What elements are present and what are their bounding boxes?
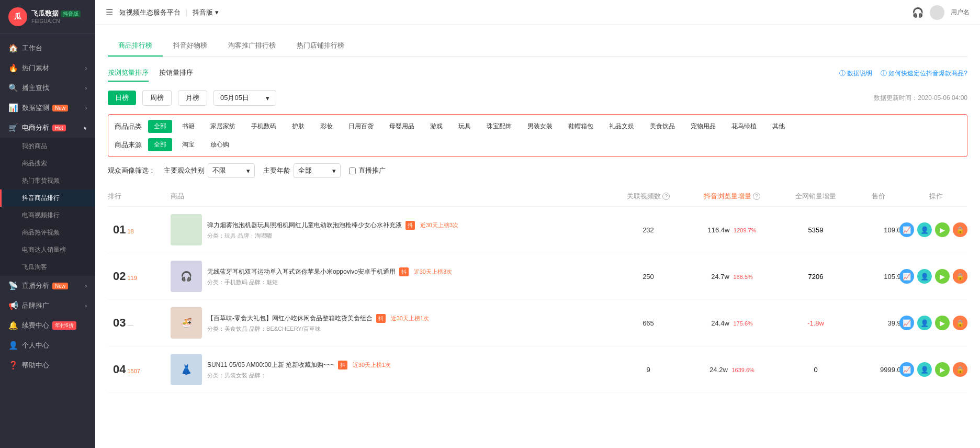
- tab-douyin-good[interactable]: 抖音好物榜: [163, 36, 218, 57]
- daily-btn[interactable]: 日榜: [108, 91, 136, 105]
- sidebar-item-data-monitor[interactable]: 📊 数据监测 New ›: [0, 98, 95, 118]
- product-cell-4: 👗 SUN11 05/05 AM00:00上新 抢新收藏加购~~~ 抖 近30天…: [171, 354, 612, 385]
- lock-btn-3[interactable]: 🔒: [953, 316, 967, 330]
- sub-tab-browse[interactable]: 按浏览量排序: [108, 65, 149, 82]
- live-promotion-filter[interactable]: 直播推广: [349, 166, 386, 175]
- data-desc-link[interactable]: ⓘ 数据说明: [839, 69, 872, 78]
- chart-btn-3[interactable]: 📈: [899, 316, 914, 330]
- date-selector[interactable]: 05月05日 ▾: [213, 90, 276, 106]
- sidebar-item-product-search[interactable]: 商品搜索: [0, 155, 95, 172]
- age-selector[interactable]: 全部 ▾: [294, 163, 341, 178]
- sidebar-item-feigua-taobao[interactable]: 飞瓜淘客: [0, 259, 95, 276]
- product-title-1: 弹力烟雾泡泡机器玩具照相机网红儿童电动吹泡泡枪棒少女心水补充液 抖 近30天上榜…: [207, 220, 612, 230]
- cat-btn-maternal[interactable]: 母婴用品: [384, 120, 420, 133]
- user-btn-4[interactable]: 👤: [917, 362, 932, 377]
- cat-btn-digital[interactable]: 手机数码: [245, 120, 282, 133]
- video-btn-3[interactable]: ▶: [935, 316, 950, 330]
- sidebar-label-help: 帮助中心: [22, 361, 49, 370]
- cat-btn-skincare[interactable]: 护肤: [286, 120, 310, 133]
- tab-taobao-promotion[interactable]: 淘客推广排行榜: [218, 36, 286, 57]
- sidebar-item-live-analysis[interactable]: 📡 直播分析 New ›: [0, 276, 95, 296]
- gender-selector[interactable]: 不限 ▾: [208, 163, 255, 178]
- cat-btn-food[interactable]: 美食饮品: [644, 120, 681, 133]
- cart-icon: 🛒: [8, 123, 18, 132]
- tab-product-ranking[interactable]: 商品排行榜: [108, 36, 163, 57]
- chart-btn-2[interactable]: 📈: [899, 269, 914, 284]
- find-hot-link[interactable]: ⓘ 如何快速定位抖音爆款商品?: [881, 69, 967, 78]
- cat-btn-home[interactable]: 家居家纺: [205, 120, 241, 133]
- sidebar-item-brand[interactable]: 📢 品牌推广 ›: [0, 296, 95, 316]
- main-tabs: 商品排行榜 抖音好物榜 淘客推广排行榜 热门店铺排行榜: [108, 36, 967, 57]
- source-btn-fanxing[interactable]: 放心购: [205, 138, 235, 151]
- sidebar-item-workspace[interactable]: 🏠 工作台: [0, 38, 95, 58]
- product-title-3: 【百草味-零食大礼包】网红小吃休闲食品整箱吃货美食组合 抖 近30天上榜1次: [207, 313, 612, 323]
- weekly-btn[interactable]: 周榜: [142, 90, 172, 106]
- headphone-icon[interactable]: 🎧: [912, 7, 923, 18]
- cat-btn-all[interactable]: 全部: [148, 120, 172, 133]
- cat-btn-clothing[interactable]: 男装女装: [522, 120, 558, 133]
- sidebar-item-streamer-search[interactable]: 🔍 播主查找 ›: [0, 78, 95, 98]
- actions-label: 操作: [929, 192, 943, 201]
- live-promotion-checkbox[interactable]: [349, 167, 356, 174]
- chart-btn-1[interactable]: 📈: [899, 222, 914, 237]
- user-btn-3[interactable]: 👤: [917, 316, 932, 330]
- lock-btn-2[interactable]: 🔒: [953, 269, 967, 284]
- cat-btn-plants[interactable]: 花鸟绿植: [726, 120, 762, 133]
- sidebar-item-my-products[interactable]: 我的商品: [0, 138, 95, 155]
- source-btn-all[interactable]: 全部: [148, 138, 172, 151]
- product-info-4: SUN11 05/05 AM00:00上新 抢新收藏加购~~~ 抖 近30天上榜…: [207, 360, 612, 379]
- user-btn-1[interactable]: 👤: [917, 222, 932, 237]
- video-btn-2[interactable]: ▶: [935, 269, 950, 284]
- rank-change-3: —: [127, 321, 133, 328]
- rank-change-4: 1507: [127, 368, 140, 374]
- lock-btn-1[interactable]: 🔒: [953, 222, 967, 237]
- period-filter-row: 日榜 周榜 月榜 05月05日 ▾ 数据更新时间：2020-05-06 04:0…: [108, 90, 967, 106]
- product-thumb-1: [171, 214, 202, 245]
- sidebar-item-renewal[interactable]: 🔔 续费中心 年付6折: [0, 316, 95, 335]
- sidebar-item-help[interactable]: ❓ 帮助中心: [0, 355, 95, 375]
- related-videos-info-icon[interactable]: ?: [662, 193, 670, 200]
- lock-btn-4[interactable]: 🔒: [953, 362, 967, 377]
- sub-tab-sales[interactable]: 按销量排序: [159, 65, 193, 82]
- header-price: 售价: [852, 192, 905, 201]
- sidebar-item-kol-sales[interactable]: 电商达人销量榜: [0, 241, 95, 259]
- tab-hot-store[interactable]: 热门店铺排行榜: [286, 36, 355, 57]
- user-btn-2[interactable]: 👤: [917, 269, 932, 284]
- header-actions: 操作: [905, 192, 967, 201]
- sidebar-item-hot-products-video[interactable]: 热门带货视频: [0, 172, 95, 189]
- cat-btn-pets[interactable]: 宠物用品: [685, 120, 722, 133]
- sidebar-item-douyin-ranking[interactable]: 抖音商品排行: [0, 189, 95, 207]
- rank-number-2: 02: [113, 270, 126, 283]
- sidebar-item-ecommerce-video[interactable]: 电商视频排行: [0, 207, 95, 224]
- chart-btn-4[interactable]: 📈: [899, 362, 914, 377]
- sales-change-4: 0: [779, 366, 852, 374]
- sidebar-item-personal[interactable]: 👤 个人中心: [0, 335, 95, 355]
- sidebar-item-hot-review[interactable]: 商品热评视频: [0, 224, 95, 241]
- cat-btn-jewelry[interactable]: 珠宝配饰: [481, 120, 517, 133]
- sidebar-label-brand: 品牌推广: [22, 301, 49, 310]
- sidebar-item-hot-material[interactable]: 🔥 热门素材 ›: [0, 58, 95, 78]
- monthly-btn[interactable]: 月榜: [178, 90, 207, 106]
- my-products-label: 我的商品: [22, 142, 47, 150]
- product-meta-1: 分类：玩具 品牌：淘嘟嘟: [207, 232, 612, 240]
- sidebar-label-hot-material: 热门素材: [22, 63, 49, 73]
- user-avatar[interactable]: [930, 5, 944, 20]
- cat-btn-books[interactable]: 书籍: [176, 120, 200, 133]
- video-btn-1[interactable]: ▶: [935, 222, 950, 237]
- sidebar-item-ecommerce[interactable]: 🛒 电商分析 Hot ∨: [0, 118, 95, 138]
- platform-selector[interactable]: 抖音版 ▾: [193, 8, 219, 17]
- cat-btn-makeup[interactable]: 彩妆: [314, 120, 339, 133]
- cat-btn-daily[interactable]: 日用百货: [343, 120, 379, 133]
- source-btn-taobao[interactable]: 淘宝: [176, 138, 200, 151]
- live-icon: 📡: [8, 281, 18, 290]
- cat-btn-others[interactable]: 其他: [767, 120, 791, 133]
- cat-btn-toys[interactable]: 玩具: [453, 120, 477, 133]
- cat-btn-gifts[interactable]: 礼品文娱: [603, 120, 640, 133]
- cat-btn-games[interactable]: 游戏: [424, 120, 448, 133]
- douyin-views-2: 24.7w 168.5%: [685, 273, 779, 281]
- menu-icon[interactable]: ☰: [106, 7, 113, 17]
- video-btn-4[interactable]: ▶: [935, 362, 950, 377]
- douyin-views-info-icon[interactable]: ?: [753, 193, 760, 200]
- cat-btn-bags[interactable]: 鞋帽箱包: [562, 120, 599, 133]
- price-2: 105.90: [852, 273, 905, 281]
